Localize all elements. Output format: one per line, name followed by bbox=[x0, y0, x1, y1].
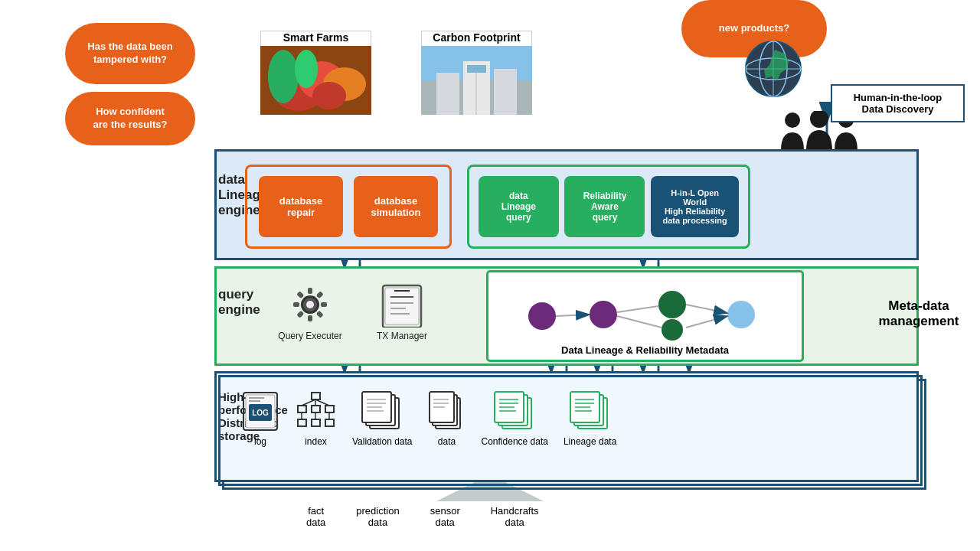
svg-rect-47 bbox=[296, 311, 304, 318]
orange-box-group: database repair database simulation bbox=[245, 165, 452, 249]
svg-rect-46 bbox=[308, 315, 312, 321]
svg-rect-43 bbox=[316, 291, 324, 298]
tx-manager-container: TX Manager bbox=[368, 282, 436, 341]
gear-icon bbox=[287, 282, 333, 328]
svg-point-38 bbox=[810, 111, 828, 128]
tx-manager-icon bbox=[379, 282, 425, 328]
hinl-box: H-in-L Open World High Reliability data … bbox=[651, 176, 739, 237]
bubble-confident: How confident are the results? bbox=[65, 92, 195, 145]
svg-line-66 bbox=[686, 316, 727, 328]
svg-rect-29 bbox=[494, 69, 517, 115]
metadata-box: Data Lineage & Reliability Metadata bbox=[486, 270, 804, 362]
node-graph-svg bbox=[496, 285, 795, 347]
svg-rect-51 bbox=[385, 288, 419, 324]
diagram-container: Has the data been tampered with? How con… bbox=[0, 0, 980, 551]
hitl-box: Human-in-the-loop Data Discovery bbox=[831, 84, 965, 122]
smart-farms-label: Smart Farms bbox=[283, 31, 349, 44]
svg-point-58 bbox=[590, 301, 617, 328]
reliability-query-box: Reliability Aware query bbox=[564, 176, 645, 237]
prediction-data: prediction data bbox=[356, 505, 399, 528]
svg-point-61 bbox=[727, 301, 755, 328]
handcrafts-data: Handcrafts data bbox=[491, 505, 539, 528]
bottom-sources: fact data prediction data sensor data Ha… bbox=[306, 505, 539, 528]
svg-line-63 bbox=[617, 306, 658, 312]
query-engine-label: query engine bbox=[218, 287, 260, 318]
svg-line-62 bbox=[556, 315, 590, 316]
svg-point-37 bbox=[785, 112, 800, 128]
svg-rect-49 bbox=[296, 291, 304, 298]
svg-point-21 bbox=[268, 50, 299, 103]
query-executer-label: Query Executer bbox=[276, 331, 345, 341]
storage-layer-back1 bbox=[218, 375, 923, 486]
svg-rect-44 bbox=[321, 302, 327, 307]
hitl-label: Human-in-the-loop Data Discovery bbox=[854, 92, 942, 115]
db-repair-box: database repair bbox=[259, 176, 343, 237]
svg-rect-28 bbox=[436, 73, 459, 115]
svg-point-60 bbox=[662, 319, 683, 341]
svg-rect-42 bbox=[308, 288, 312, 294]
db-simulation-box: database simulation bbox=[354, 176, 438, 237]
carbon-footprint-photo bbox=[421, 46, 532, 115]
data-lineage-query-box: data Lineage query bbox=[479, 176, 559, 237]
query-executer-container: Query Executer bbox=[276, 282, 345, 341]
svg-point-24 bbox=[295, 50, 318, 88]
globe-icon bbox=[743, 38, 804, 99]
bubble-tampered: Has the data been tampered with? bbox=[65, 23, 195, 84]
svg-line-64 bbox=[617, 316, 662, 328]
green-box-group: data Lineage query Reliability Aware que… bbox=[467, 165, 750, 249]
svg-point-59 bbox=[658, 291, 686, 318]
svg-line-65 bbox=[686, 305, 727, 313]
smart-farms-image: Smart Farms bbox=[260, 31, 371, 111]
carbon-footprint-image: Carbon Footprint bbox=[421, 31, 532, 111]
metadata-label: Data Lineage & Reliability Metadata bbox=[488, 344, 802, 356]
svg-point-57 bbox=[528, 302, 556, 330]
svg-rect-48 bbox=[293, 302, 299, 307]
fact-data: fact data bbox=[306, 505, 325, 528]
svg-point-23 bbox=[312, 82, 346, 109]
meta-management-label: Meta-data management bbox=[865, 298, 972, 329]
sensor-data: sensor data bbox=[430, 505, 460, 528]
carbon-footprint-label: Carbon Footprint bbox=[433, 31, 520, 44]
smart-farms-photo bbox=[260, 46, 371, 115]
svg-rect-45 bbox=[316, 311, 324, 318]
svg-point-41 bbox=[306, 301, 314, 308]
svg-rect-30 bbox=[467, 65, 486, 73]
tx-manager-label: TX Manager bbox=[368, 331, 436, 341]
